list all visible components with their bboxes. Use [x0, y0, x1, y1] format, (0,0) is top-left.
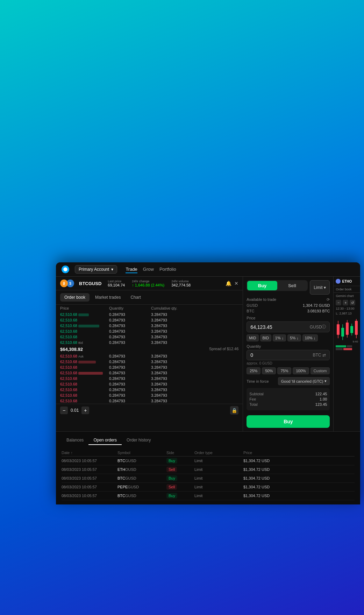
5pct-btn[interactable]: 5% ↓ [287, 334, 301, 341]
btc-balance-row: BTC 3.08193 BTC [247, 309, 330, 313]
bid-qty: 0.284793 [109, 318, 151, 322]
fee-label: Fee [249, 397, 256, 401]
step-decrease-btn[interactable]: − [60, 407, 68, 414]
time-range: 12:30 - 13:00 [334, 306, 360, 311]
table-row: 62,510.68 Bid 0.284793 3.284793 [56, 340, 243, 345]
btc-label: BTC [247, 309, 254, 313]
gusd-balance-row: GUSD 1,304.72 GUSD [247, 303, 330, 308]
tif-row: Time in force Good 'til canceled (GTC) ▾ [247, 377, 330, 385]
ask-cum: 3.284793 [151, 399, 238, 403]
top-nav: Primary Account ▾ Trade Grow Portfolio [56, 262, 360, 277]
tab-market-trades[interactable]: Market trades [91, 293, 125, 302]
table-row: 62,510.68 0.284793 3.284793 [56, 334, 243, 340]
bid-cum: 3.284793 [151, 340, 238, 345]
bid-cum: 3.284793 [151, 318, 238, 322]
row1-price: $1,304.72 USD [243, 459, 355, 463]
bid-btn[interactable]: BID [260, 334, 271, 341]
swap-icon[interactable]: ⇄ [322, 353, 326, 358]
table-row: 62,510.68 0.284793 3.284793 [56, 328, 243, 334]
close-icon[interactable]: ✕ [234, 281, 238, 286]
pct-custom-btn[interactable]: Custom [311, 367, 330, 374]
table-row: 62,510.68 0.284793 3.284793 [56, 398, 243, 404]
bid-qty: 0.284793 [109, 340, 151, 345]
row1-date: 08/03/2023 10:05:57 [62, 459, 117, 463]
submit-buy-btn[interactable]: Buy [247, 415, 330, 428]
last-price-label: Last price [108, 280, 125, 283]
balances-tab[interactable]: Balances [62, 436, 88, 445]
price-field-label: Price [247, 316, 330, 320]
gemini-chart-label: Gemini chart [334, 293, 360, 299]
last-price-stat: Last price 69,104.74 [108, 280, 125, 287]
orders-table: Date ↑ Symbol Side Order type Price 08/0… [62, 449, 355, 500]
eth-pair-header: ETHO [334, 277, 360, 286]
lock-icon[interactable]: 🔒 [230, 406, 238, 415]
refresh-chart-btn[interactable]: ↺ [350, 300, 355, 305]
mid-btn[interactable]: MID [247, 334, 258, 341]
info-icon: ⓘ [322, 324, 326, 330]
pct-25-btn[interactable]: 25% [247, 367, 260, 374]
qty-input[interactable] [250, 352, 313, 358]
tif-select[interactable]: Good 'til canceled (GTC) ▾ [278, 377, 330, 385]
ask-price: 62,510.68 [60, 376, 109, 381]
ask-qty: 0.284793 [109, 371, 151, 375]
pct-100-btn[interactable]: 100% [293, 367, 309, 374]
qty-input-wrap[interactable]: BTC ⇄ [247, 350, 330, 360]
row3-type: Limit [194, 476, 243, 480]
gusd-value: 1,304.72 GUSD [303, 303, 330, 308]
price-input-wrap[interactable]: GUSD ⓘ [247, 321, 330, 332]
row4-symbol: PEPEGUSD [117, 485, 166, 489]
sell-tab[interactable]: Sell [277, 281, 307, 290]
row1-symbol: BTCGUSD [117, 459, 166, 463]
ask-cum: 3.284793 [151, 360, 238, 364]
open-orders-tab[interactable]: Open orders [88, 436, 122, 445]
pair-name: BTCGUSD [79, 281, 101, 286]
order-type-dropdown[interactable]: Limit ▾ [310, 280, 330, 295]
price-adjustment-btns: MID BID 1% ↓ 5% ↓ 10% ↓ [247, 334, 330, 341]
col-date[interactable]: Date ↑ [62, 451, 117, 455]
mini-orderbook [334, 344, 360, 352]
col-qty-header: Quantity [109, 306, 151, 310]
pct-50-btn[interactable]: 50% [262, 367, 276, 374]
nav-grow[interactable]: Grow [143, 266, 154, 273]
bid-qty: 0.284793 [109, 312, 151, 317]
row5-symbol: BTCGUSD [117, 494, 166, 498]
buy-sell-tabs: Buy Sell [247, 280, 308, 291]
account-dropdown[interactable]: Primary Account ▾ [75, 265, 117, 274]
row4-side: Sell [166, 485, 194, 489]
row2-price: $1,304.72 USD [243, 467, 355, 472]
ask-price: 62,510.68 [60, 393, 109, 397]
bottom-section: Balances Open orders Order history Date … [56, 431, 360, 504]
refresh-icon[interactable]: ⟳ [327, 297, 330, 302]
tab-chart[interactable]: Chart [126, 293, 145, 302]
buy-tab[interactable]: Buy [247, 281, 277, 290]
bell-icon[interactable]: 🔔 [226, 281, 231, 286]
price-label: L: 2,987.13 [334, 311, 360, 316]
chevron-down-icon: ▾ [324, 379, 327, 383]
ask-cum: 3.284793 [151, 388, 238, 392]
bid-rows: 62,510.68 0.284793 3.284793 62,510.68 0.… [56, 312, 243, 345]
ask-price: 62,510.68 [60, 399, 109, 403]
step-increase-btn[interactable]: + [81, 407, 89, 414]
plus-btn[interactable]: + [343, 300, 348, 305]
nav-trade[interactable]: Trade [126, 266, 137, 273]
step-value: 0.01 [68, 408, 81, 413]
eth-tab[interactable]: Order book [334, 286, 360, 293]
row2-symbol: ETHOUSD [117, 467, 166, 472]
10pct-btn[interactable]: 10% ↓ [302, 334, 318, 341]
col-symbol: Symbol [117, 451, 166, 455]
order-type-label: Limit [314, 285, 322, 290]
btc-value: 3.08193 BTC [307, 309, 330, 313]
chevron-down-icon: ▾ [324, 285, 326, 290]
bid-price: 62,510.68 [60, 335, 109, 339]
price-input[interactable] [250, 324, 309, 330]
tab-orderbook[interactable]: Order book [60, 293, 90, 302]
order-history-tab[interactable]: Order history [122, 436, 156, 445]
svg-rect-1 [337, 324, 340, 335]
nav-portfolio[interactable]: Portfolio [159, 266, 176, 273]
1pct-btn[interactable]: 1% ↓ [273, 334, 286, 341]
ask-price: 62,510.68 [60, 382, 109, 386]
minus-btn[interactable]: − [336, 300, 341, 305]
pct-75-btn[interactable]: 75% [277, 367, 291, 374]
ask-qty: 0.284793 [109, 399, 151, 403]
spread-label: Spread of $12.46 [209, 347, 238, 352]
